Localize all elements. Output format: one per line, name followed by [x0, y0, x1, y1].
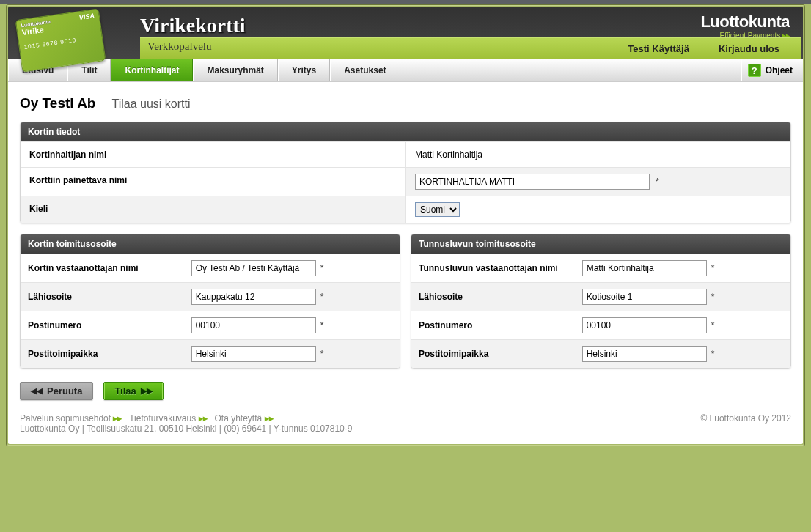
required-mark: *	[711, 320, 715, 330]
cancel-label: Peruuta	[47, 385, 82, 396]
footer-link-terms[interactable]: Palvelun sopimusehdot	[20, 413, 111, 424]
language-label: Kieli	[21, 196, 406, 223]
help-icon: ?	[748, 64, 761, 77]
page-title: Oy Testi Ab Tilaa uusi kortti	[20, 91, 791, 122]
card-street-input[interactable]	[191, 289, 316, 305]
pin-recipient-input[interactable]	[582, 260, 707, 276]
pin-city-input[interactable]	[582, 346, 707, 362]
tab-kortinhaltijat[interactable]: Kortinhaltijat	[111, 59, 193, 81]
card-street-label: Lähiosoite	[21, 283, 191, 311]
tab-maksuryhmat[interactable]: Maksuryhmät	[193, 59, 277, 81]
footer-copyright: © Luottokunta Oy 2012	[700, 413, 791, 424]
card-recipient-label: Kortin vastaanottajan nimi	[21, 254, 191, 282]
content: Oy Testi Ab Tilaa uusi kortti Kortin tie…	[8, 82, 803, 412]
tab-asetukset[interactable]: Asetukset	[330, 59, 400, 81]
logout-link[interactable]: Kirjaudu ulos	[719, 43, 779, 54]
header: VISA Luottokunta Virike 1015 5678 9010 V…	[8, 7, 803, 59]
footer-link-contact[interactable]: Ota yhteyttä	[215, 413, 263, 424]
panel-card-info: Kortin tiedot Kortinhaltijan nimi Matti …	[20, 122, 791, 223]
card-city-input[interactable]	[191, 346, 316, 362]
required-mark: *	[711, 349, 715, 359]
footer-address: Luottokunta Oy | Teollisuuskatu 21, 0051…	[20, 424, 791, 434]
arrows-icon: ▸▸	[199, 413, 208, 424]
panel-pin-delivery: Tunnusluvun toimitusosoite Tunnusluvun v…	[411, 234, 791, 369]
required-mark: *	[320, 292, 324, 302]
required-mark: *	[656, 177, 659, 187]
user-bar: Testi Käyttäjä Kirjaudu ulos	[140, 37, 801, 59]
printed-name-input[interactable]	[415, 174, 650, 190]
pin-street-label: Lähiosoite	[411, 283, 582, 311]
language-select[interactable]: Suomi	[415, 202, 460, 217]
action-buttons: ◀◀ Peruuta Tilaa ▶▶	[20, 379, 791, 407]
required-mark: *	[320, 320, 324, 330]
site-title: Virikekortti	[140, 14, 246, 37]
card-zip-input[interactable]	[191, 317, 316, 333]
required-mark: *	[711, 292, 715, 302]
tab-yritys[interactable]: Yritys	[278, 59, 330, 81]
main-nav: Etusivu Tilit Kortinhaltijat Maksuryhmät…	[8, 59, 803, 82]
holder-name-label: Kortinhaltijan nimi	[21, 141, 406, 167]
panel-card-info-title: Kortin tiedot	[21, 122, 790, 141]
card-recipient-input[interactable]	[191, 260, 316, 276]
logo-line1: Luottokunta	[700, 12, 790, 32]
printed-name-label: Korttiin painettava nimi	[21, 167, 406, 196]
help-label: Ohjeet	[766, 65, 793, 75]
pin-street-input[interactable]	[582, 289, 707, 305]
tab-help[interactable]: ? Ohjeet	[741, 59, 803, 81]
order-button[interactable]: Tilaa ▶▶	[103, 382, 163, 400]
panel-card-delivery: Kortin toimitusosoite Kortin vastaanotta…	[20, 234, 400, 369]
luottokunta-logo: Luottokunta Efficient Payments ▸▸	[700, 12, 790, 40]
footer: © Luottokunta Oy 2012 Palvelun sopimuseh…	[8, 412, 803, 444]
page-action: Tilaa uusi kortti	[111, 97, 190, 111]
required-mark: *	[711, 263, 715, 273]
pin-zip-label: Postinumero	[411, 311, 582, 339]
chevron-left-icon: ◀◀	[31, 386, 43, 396]
pin-zip-input[interactable]	[582, 317, 707, 333]
card-zip-label: Postinumero	[21, 311, 191, 339]
site-subtitle: Verkkopalvelu	[147, 40, 211, 53]
nav-spacer	[400, 59, 741, 81]
required-mark: *	[320, 263, 324, 273]
panel-card-delivery-title: Kortin toimitusosoite	[21, 234, 400, 254]
holder-name-value: Matti Kortinhaltija	[406, 141, 790, 167]
cancel-button[interactable]: ◀◀ Peruuta	[20, 382, 93, 400]
arrows-icon: ▸▸	[265, 413, 274, 424]
footer-link-security[interactable]: Tietoturvakuvaus	[129, 413, 196, 424]
pin-city-label: Postitoimipaikka	[411, 340, 582, 368]
card-number: 1015 5678 9010	[23, 34, 98, 51]
current-user: Testi Käyttäjä	[628, 43, 689, 54]
company-name: Oy Testi Ab	[20, 95, 95, 111]
chevron-right-icon: ▶▶	[141, 386, 153, 396]
arrows-icon: ▸▸	[113, 413, 122, 424]
panel-pin-delivery-title: Tunnusluvun toimitusosoite	[411, 234, 790, 254]
card-city-label: Postitoimipaikka	[21, 340, 191, 368]
required-mark: *	[320, 349, 324, 359]
pin-recipient-label: Tunnusluvun vastaanottajan nimi	[411, 254, 582, 282]
order-label: Tilaa	[114, 385, 136, 396]
